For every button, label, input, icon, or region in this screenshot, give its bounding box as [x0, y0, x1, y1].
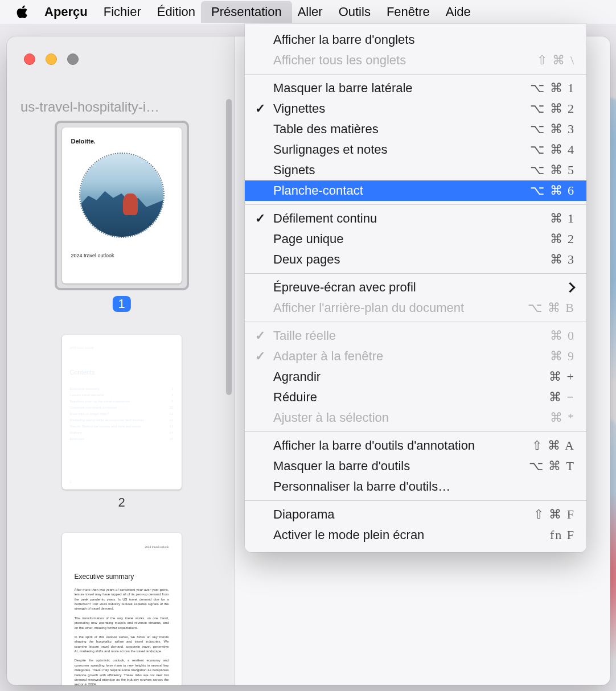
page-header: 2024 travel outlook	[75, 545, 169, 549]
menu-item-shortcut: ⇧ ⌘ \	[537, 53, 575, 68]
menu-item-label: Afficher l'arrière-plan du document	[273, 301, 528, 315]
menu-item[interactable]: Défilement continu⌘ 1	[245, 208, 586, 229]
menu-item-label: Épreuve-écran avec profil	[273, 280, 575, 295]
page-number-label: 2	[17, 495, 226, 510]
page-thumbnail[interactable]: 2024 travel outlook Contents Executive s…	[17, 335, 226, 510]
menu-item-label: Réduire	[273, 390, 549, 405]
menu-item[interactable]: Personnaliser la barre d'outils…	[245, 476, 586, 497]
exec-summary-title: Executive summary	[75, 572, 169, 582]
menu-item-label: Diaporama	[273, 507, 533, 522]
view-menu-dropdown: Afficher la barre d'ongletsAfficher tous…	[245, 24, 586, 552]
menu-item-label: Table des matières	[273, 122, 530, 137]
menu-item-label: Agrandir	[273, 369, 549, 384]
menu-item-label: Défilement continu	[273, 211, 550, 226]
cover-image	[79, 153, 165, 238]
menu-item-label: Signets	[273, 163, 530, 178]
page-preview: 2024 travel outlook Executive summary Af…	[62, 533, 182, 685]
menu-item[interactable]: Afficher la barre d'outils d'annotation⇧…	[245, 435, 586, 456]
body-text: The transformation of the way travel wor…	[75, 616, 169, 630]
menu-item-label: Activer le mode plein écran	[273, 528, 550, 542]
menu-item-shortcut: ⌥ ⌘ 3	[530, 122, 575, 137]
menu-item-label: Planche-contact	[273, 183, 530, 198]
menu-item-shortcut: ⌥ ⌘ 6	[530, 183, 575, 198]
cover-caption: 2024 travel outlook	[71, 253, 173, 258]
body-text: Despite the optimistic outlook, a resili…	[75, 658, 169, 685]
toc-row: Executive summary3	[70, 386, 174, 392]
menu-item[interactable]: Signets⌥ ⌘ 5	[245, 160, 586, 180]
page-preview: 2024 travel outlook Contents Executive s…	[62, 335, 182, 490]
menu-item[interactable]: Diaporama⇧ ⌘ F	[245, 504, 586, 525]
menu-item-shortcut: ⌥ ⌘ 2	[530, 101, 575, 116]
menubar-item-help[interactable]: Aide	[446, 5, 471, 19]
menu-item[interactable]: Page unique⌘ 2	[245, 229, 586, 249]
menu-item-shortcut: ⇧ ⌘ F	[533, 507, 575, 522]
menu-item-shortcut: ⌘ 3	[550, 252, 576, 267]
menu-item[interactable]: Table des matières⌥ ⌘ 3	[245, 119, 586, 139]
menu-item[interactable]: Masquer la barre d'outils⌥ ⌘ T	[245, 456, 586, 476]
menu-item-shortcut: ⌘ −	[549, 390, 575, 405]
menu-item-shortcut: ⌘ 1	[550, 211, 576, 226]
menu-item-label: Personnaliser la barre d'outils…	[273, 479, 575, 494]
menu-separator	[245, 431, 586, 432]
menu-item-label: Page unique	[273, 232, 550, 246]
menu-item[interactable]: Deux pages⌘ 3	[245, 249, 586, 270]
toc-row: Leisure travel demand4	[70, 392, 174, 398]
menu-item-shortcut: fn F	[550, 528, 575, 542]
menu-item-shortcut: ⌥ ⌘ 1	[530, 81, 575, 96]
menu-item[interactable]: Masquer la barre latérale⌥ ⌘ 1	[245, 78, 586, 98]
menu-item-shortcut: ⌘ 2	[550, 232, 576, 246]
contents-title: Contents	[70, 369, 174, 376]
menubar-item-tools[interactable]: Outils	[339, 5, 371, 19]
menu-item-shortcut: ⌥ ⌘ B	[528, 301, 575, 315]
menu-item-label: Ajuster à la sélection	[273, 410, 550, 425]
menu-item-shortcut: ⌥ ⌘ 5	[530, 163, 575, 178]
menubar-item-edit[interactable]: Édition	[157, 5, 195, 19]
page-number-badge: 1	[112, 296, 130, 312]
menu-item: Ajuster à la sélection⌘ *	[245, 408, 586, 428]
toc-row: Gen AI: Behind the scenes and front and …	[70, 423, 174, 430]
menu-item-shortcut: ⇧ ⌘ A	[532, 438, 575, 453]
menu-item[interactable]: Épreuve-écran avec profil	[245, 277, 586, 298]
menu-item-label: Afficher tous les onglets	[273, 53, 537, 68]
menu-item-label: Afficher la barre d'onglets	[273, 32, 575, 47]
menu-item[interactable]: Afficher la barre d'onglets	[245, 30, 586, 50]
menu-item: Taille réelle⌘ 0	[245, 326, 586, 346]
menu-item[interactable]: Activer le mode plein écranfn F	[245, 525, 586, 545]
menu-item: Afficher l'arrière-plan du document⌥ ⌘ B	[245, 298, 586, 318]
page-thumbnail[interactable]: Deloitte. 2024 travel outlook 1	[17, 121, 226, 312]
menu-item[interactable]: Vignettes⌥ ⌘ 2	[245, 98, 586, 119]
menu-item-shortcut: ⌘ 0	[550, 328, 576, 343]
menu-separator	[245, 500, 586, 501]
menu-item[interactable]: Réduire⌘ −	[245, 387, 586, 408]
page-footer: 2	[70, 480, 72, 484]
menubar-item-window[interactable]: Fenêtre	[387, 5, 430, 19]
toc-row: Suppliers push up the travel experience8	[70, 398, 174, 405]
page-header: 2024 travel outlook	[70, 346, 174, 349]
page-thumbnail[interactable]: 2024 travel outlook Executive summary Af…	[17, 533, 226, 685]
menu-item-shortcut: ⌘ *	[550, 410, 576, 425]
toc-row: Endnotes15	[70, 436, 174, 442]
system-menubar: Aperçu Fichier Édition Présentation Alle…	[0, 0, 616, 24]
menubar-item-file[interactable]: Fichier	[104, 5, 141, 19]
menu-item: Afficher tous les onglets⇧ ⌘ \	[245, 50, 586, 71]
menu-item-shortcut: ⌥ ⌘ T	[529, 459, 575, 474]
menu-item[interactable]: Surlignages et notes⌥ ⌘ 4	[245, 139, 586, 160]
menubar-item-view[interactable]: Présentation	[201, 1, 292, 23]
menu-item-shortcut: ⌘ 9	[550, 349, 576, 364]
toc-row: Marketing spend shifts as consumer tech …	[70, 417, 174, 423]
menubar-item-go[interactable]: Aller	[298, 5, 323, 19]
menu-item[interactable]: Planche-contact⌥ ⌘ 6	[245, 180, 586, 201]
menu-item-label: Taille réelle	[273, 328, 550, 343]
apple-logo-icon[interactable]	[16, 5, 28, 19]
menu-item-label: Vignettes	[273, 101, 530, 116]
document-title: us-travel-hospitality-i…	[20, 99, 223, 115]
menu-item-label: Deux pages	[273, 252, 550, 267]
menu-item-label: Afficher la barre d'outils d'annotation	[273, 438, 532, 453]
menu-item[interactable]: Agrandir⌘ +	[245, 367, 586, 387]
body-text: After more than two years of consistent …	[75, 587, 169, 611]
page-preview: Deloitte. 2024 travel outlook	[62, 127, 182, 283]
sidebar-scrollbar[interactable]	[226, 99, 232, 418]
menu-separator	[245, 204, 586, 205]
menubar-app-name[interactable]: Aperçu	[44, 5, 88, 19]
menu-item-label: Surlignages et notes	[273, 142, 530, 157]
